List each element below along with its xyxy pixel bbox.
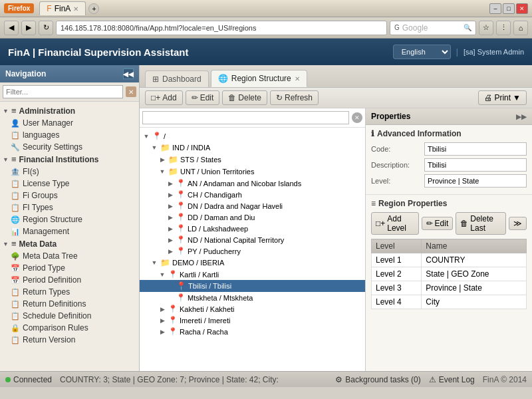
languages-icon: 📋 xyxy=(11,131,20,140)
sidebar-item-security-settings[interactable]: 🔧 Security Settings xyxy=(0,141,139,153)
close-button[interactable]: ✕ xyxy=(516,3,528,14)
event-log[interactable]: ⚠ Event Log xyxy=(429,375,475,384)
sidebar-item-return-definitions[interactable]: 📋 Return Definitions xyxy=(0,298,139,310)
more-button[interactable]: ≫ xyxy=(509,217,527,230)
address-input[interactable]: 146.185.178.108:8080/fina/App.html?local… xyxy=(56,21,387,35)
add-icon: □+ xyxy=(151,93,160,102)
sidebar-section-fi-items: 🏦 FI(s) 📋 License Type 📋 Fi Groups 📋 FI … xyxy=(0,166,139,237)
expand-icon: ▶ xyxy=(166,203,174,209)
bookmark-button[interactable]: ☆ xyxy=(479,21,493,35)
sidebar-item-label: License Type xyxy=(23,179,70,188)
edit-icon: ✏ xyxy=(192,93,198,102)
search-box[interactable]: G Google 🔍 xyxy=(390,21,476,35)
sidebar-item-schedule-definition[interactable]: 📋 Schedule Definition xyxy=(0,310,139,322)
tab-bar: ⊞ Dashboard 🌐 Region Structure ✕ xyxy=(140,65,532,88)
sidebar-item-comparison-rules[interactable]: 🔒 Comparison Rules xyxy=(0,322,139,334)
tab-close-icon[interactable]: ✕ xyxy=(73,5,78,13)
refresh-nav-button[interactable]: ↻ xyxy=(39,21,53,35)
code-input[interactable] xyxy=(424,142,527,156)
tree-node-ld[interactable]: ▶ 📍 LD / Lakshadweep xyxy=(140,223,365,234)
tab-close-icon[interactable]: ✕ xyxy=(295,75,300,82)
edit-level-button[interactable]: ✏ Edit xyxy=(422,217,454,230)
sidebar-item-label: FI Types xyxy=(23,203,53,212)
tree-node-demo[interactable]: ▼ 📁 DEMO / IBERIA xyxy=(140,257,365,269)
sidebar-section-administration[interactable]: ▼ ≡ Administration xyxy=(0,104,139,117)
tab-region-structure[interactable]: 🌐 Region Structure ✕ xyxy=(211,70,307,87)
tree-node-unt[interactable]: ▼ 📁 UNT / Union Territories xyxy=(140,166,365,178)
level-row: Level: xyxy=(371,174,527,188)
delete-button[interactable]: 🗑 Delete xyxy=(222,90,267,105)
browser-tab[interactable]: F FinA ✕ xyxy=(39,1,86,15)
tree-search-clear-button[interactable]: ✕ xyxy=(352,112,362,123)
description-input[interactable] xyxy=(424,158,527,172)
table-row[interactable]: Level 4City xyxy=(372,295,527,309)
sidebar-item-region-structure[interactable]: 🌐 Region Structure xyxy=(0,213,139,225)
sidebar-collapse-button[interactable]: ◀◀ xyxy=(123,68,134,79)
sidebar-item-fi-types[interactable]: 📋 FI Types xyxy=(0,201,139,213)
sidebar-item-fis[interactable]: 🏦 FI(s) xyxy=(0,166,139,178)
sidebar-item-management[interactable]: 📊 Management xyxy=(0,225,139,237)
sidebar-filter-input[interactable] xyxy=(3,85,123,98)
tree-node-kakheti[interactable]: ▶ 📍 Kakheti / Kakheti xyxy=(140,303,365,315)
tree-node-root[interactable]: ▼ 📍 / xyxy=(140,130,365,142)
expand-icon: ▶ xyxy=(166,237,174,243)
tab-dashboard[interactable]: ⊞ Dashboard xyxy=(145,70,209,87)
add-button[interactable]: □+ Add xyxy=(145,90,183,105)
folder-icon: 📁 xyxy=(160,258,170,267)
expand-icon: ▼ xyxy=(150,259,158,266)
tree-node-mtskheta[interactable]: 📍 Mtskheta / Mtskheta xyxy=(140,292,365,303)
sidebar-filter-clear-button[interactable]: ✕ xyxy=(126,86,136,97)
window-controls: – □ ✕ xyxy=(489,3,528,14)
tree-node-py[interactable]: ▶ 📍 PY / Puducherry xyxy=(140,245,365,257)
tree-node-sts[interactable]: ▶ 📁 STS / States xyxy=(140,154,365,166)
advanced-info-title: ℹ Advanced Information xyxy=(371,129,527,138)
sidebar-item-fi-groups[interactable]: 📋 Fi Groups xyxy=(0,190,139,201)
tree-search-input[interactable] xyxy=(142,111,349,124)
level-input[interactable] xyxy=(424,174,527,188)
sidebar-item-user-manager[interactable]: 👤 User Manager xyxy=(0,117,139,129)
sidebar-item-period-type[interactable]: 📅 Period Type xyxy=(0,262,139,274)
edit-icon: ✏ xyxy=(426,219,433,228)
sidebar-item-languages[interactable]: 📋 languages xyxy=(0,129,139,141)
minimize-button[interactable]: – xyxy=(489,3,501,14)
new-tab-button[interactable]: + xyxy=(88,3,99,14)
print-button[interactable]: 🖨 Print ▼ xyxy=(478,90,527,105)
sidebar-item-meta-data-tree[interactable]: 🌳 Meta Data Tree xyxy=(0,250,139,262)
table-row[interactable]: Level 2State | GEO Zone xyxy=(372,267,527,281)
tree-node-kartli[interactable]: ▼ 📍 Kartli / Kartli xyxy=(140,269,365,280)
menu-button[interactable]: ⋮ xyxy=(496,21,511,35)
table-row[interactable]: Level 3Province | State xyxy=(372,281,527,295)
edit-button[interactable]: ✏ Edit xyxy=(186,90,220,105)
sidebar-item-label: Management xyxy=(23,227,69,236)
back-button[interactable]: ◀ xyxy=(4,21,19,35)
tree-node-imereti[interactable]: ▶ 📍 Imereti / Imereti xyxy=(140,315,365,326)
table-row[interactable]: Level 1COUNTRY xyxy=(372,253,527,267)
tree-node-nd[interactable]: ▶ 📍 ND / National Capital Territory xyxy=(140,234,365,245)
tree-node-ind[interactable]: ▼ 📁 IND / INDIA xyxy=(140,142,365,154)
sidebar-section-financial-institutions[interactable]: ▼ ≡ Financial Institutions xyxy=(0,153,139,166)
tree-node-ch[interactable]: ▶ 📍 CH / Chandigarh xyxy=(140,189,365,200)
background-tasks[interactable]: ⚙ Background tasks (0) xyxy=(335,375,420,384)
sidebar-item-period-definition[interactable]: 📅 Period Definition xyxy=(0,274,139,286)
add-level-button[interactable]: □+ Add Level xyxy=(371,212,419,235)
sidebar-item-return-types[interactable]: 📋 Return Types xyxy=(0,286,139,298)
delete-last-button[interactable]: 🗑 Delete Last xyxy=(456,212,506,235)
tree-node-dd[interactable]: ▶ 📍 DD / Daman and Diu xyxy=(140,211,365,223)
home-button[interactable]: ⌂ xyxy=(513,21,528,35)
refresh-button[interactable]: ↻ Refresh xyxy=(270,90,319,105)
tab-title: FinA xyxy=(55,4,71,13)
expand-icon[interactable]: ▶▶ xyxy=(516,113,527,120)
description-label: Description: xyxy=(371,161,424,169)
sidebar-item-license-type[interactable]: 📋 License Type xyxy=(0,178,139,190)
tree-node-tbilisi[interactable]: 📍 Tbilisi / Tbilisi xyxy=(140,280,365,292)
pin-icon: 📍 xyxy=(152,132,162,140)
sidebar-item-return-version[interactable]: 📋 Return Version xyxy=(0,334,139,346)
sidebar-section-meta-data[interactable]: ▼ ≡ Meta Data xyxy=(0,237,139,250)
forward-button[interactable]: ▶ xyxy=(21,21,36,35)
language-selector[interactable]: English xyxy=(393,45,451,59)
maximize-button[interactable]: □ xyxy=(503,3,515,14)
pin-icon: 📍 xyxy=(176,213,186,221)
tree-node-racha[interactable]: ▶ 📍 Racha / Racha xyxy=(140,326,365,337)
tree-node-an[interactable]: ▶ 📍 AN / Andaman and Nicobar Islands xyxy=(140,178,365,189)
tree-node-dn[interactable]: ▶ 📍 DN / Dadra and Nagar Haveli xyxy=(140,200,365,211)
